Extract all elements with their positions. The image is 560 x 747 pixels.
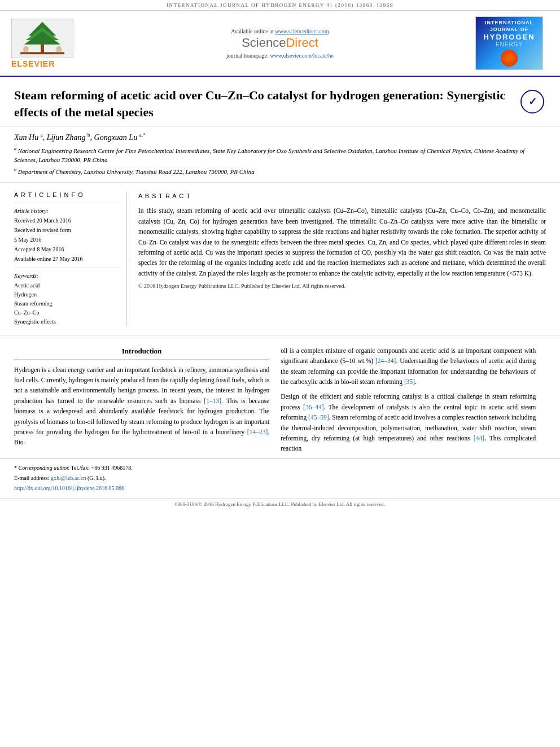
accepted-date: Accepted 8 May 2016: [14, 245, 118, 254]
svg-rect-4: [20, 52, 64, 54]
footer-notes: * Corresponding author. Tel./fax: +86 93…: [0, 458, 560, 499]
email-person: (G. Lu).: [88, 475, 106, 481]
header-center: Available online at www.sciencedirect.co…: [90, 28, 470, 59]
elsevier-tree-image: [11, 19, 73, 58]
synthesis-word: synthesis: [234, 366, 258, 373]
article-body: A R T I C L E I N F O Article history: R…: [0, 183, 560, 335]
ref-35[interactable]: [35]: [404, 378, 415, 385]
header-right: International Journal of HYDROGEN ENERGY: [475, 16, 549, 70]
keyword-1: Acetic acid: [14, 281, 118, 290]
doi-line: http://dx.doi.org/10.1016/j.ijhydene.201…: [14, 484, 546, 493]
abstract-text: In this study, steam reforming of acetic…: [138, 206, 546, 278]
history-heading: Article history:: [14, 208, 118, 214]
svg-point-6: [56, 46, 62, 53]
keywords-section: Keywords: Acetic acid Hydrogen Steam ref…: [14, 273, 118, 326]
abstract-copyright: © 2016 Hydrogen Energy Publications LLC.…: [138, 282, 546, 291]
authors-section: Xun Hu a, Lijun Zhang b, Gongxuan Lu a,*…: [0, 126, 560, 182]
intro-para-2: oil is a complex mixture of organic comp…: [281, 346, 536, 387]
intro-para-1: Hydrogen is a clean energy carrier and a…: [14, 365, 269, 448]
available-online-text: Available online at www.sciencedirect.co…: [90, 28, 470, 34]
author-1: Xun Hu: [14, 133, 38, 142]
introduction-heading: Introduction: [14, 346, 269, 360]
corresponding-author: * Corresponding author. Tel./fax: +86 93…: [14, 464, 546, 473]
affiliation-a: a National Engineering Research Centre f…: [14, 146, 546, 165]
crossmark-badge[interactable]: ✓: [520, 90, 544, 113]
received-date: Received 20 March 2016: [14, 216, 118, 225]
intro-left-column: Introduction Hydrogen is a clean energy …: [14, 346, 269, 458]
article-title-section: Steam reforming of acetic acid over Cu–Z…: [0, 77, 560, 126]
intro-para-3: Design of the efficient and stable refor…: [281, 391, 536, 453]
affiliation-b: b Department of Chemistry, Lanzhou Unive…: [14, 167, 546, 176]
ref-1-13[interactable]: [1–13]: [204, 397, 221, 404]
email-line: E-mail address: gxlu@lzb.ac.cn (G. Lu).: [14, 474, 546, 483]
online-date: Available online 27 May 2016: [14, 255, 118, 263]
abstract-section: A B S T R A C T In this study, steam ref…: [138, 191, 546, 326]
introduction-section: Introduction Hydrogen is a clean energy …: [0, 335, 560, 458]
keyword-4: Cu–Zn–Co: [14, 308, 118, 317]
issn-line: 0360-3199/© 2016 Hydrogen Energy Publica…: [175, 501, 385, 507]
journal-cover-energy: ENERGY: [496, 41, 523, 47]
keywords-heading: Keywords:: [14, 273, 118, 279]
article-history: Article history: Received 20 March 2016 …: [14, 208, 118, 263]
ref-24-34[interactable]: [24–34]: [375, 357, 396, 364]
with-word: with: [524, 347, 536, 354]
article-title: Steam reforming of acetic acid over Cu–Z…: [14, 87, 512, 120]
elsevier-wordmark: ELSEVIER: [11, 59, 55, 68]
header: ELSEVIER Available online at www.science…: [0, 11, 560, 77]
ref-45-59[interactable]: [45–59]: [308, 414, 329, 421]
ref-36-44[interactable]: [36–44]: [303, 404, 323, 410]
sd-url-link[interactable]: www.sciencedirect.com: [275, 28, 329, 34]
elsevier-logo: ELSEVIER: [11, 19, 85, 68]
journal-cover-title: International Journal of: [478, 20, 540, 33]
intro-right-column: oil is a complex mixture of organic comp…: [281, 346, 536, 458]
journal-homepage: journal homepage: www.elsevier.com/locat…: [90, 53, 470, 59]
journal-cover-graphic: [501, 50, 518, 67]
doi-link[interactable]: http://dx.doi.org/10.1016/j.ijhydene.201…: [14, 485, 124, 491]
journal-bar: INTERNATIONAL JOURNAL OF HYDROGEN ENERGY…: [0, 0, 560, 11]
article-info-heading: A R T I C L E I N F O: [14, 191, 118, 198]
author-2: Lijun Zhang: [47, 133, 86, 142]
crossmark-container: ✓: [520, 87, 546, 113]
keyword-5: Synergistic effects: [14, 317, 118, 326]
ref-14-23[interactable]: [14–23]: [247, 429, 268, 435]
email-label: E-mail address:: [14, 475, 49, 481]
authors-list: Xun Hu a, Lijun Zhang b, Gongxuan Lu a,*: [14, 132, 546, 142]
author-3: Gongxuan Lu: [94, 133, 138, 142]
journal-cover: International Journal of HYDROGEN ENERGY: [475, 16, 543, 70]
revised-date: 5 May 2016: [14, 235, 118, 244]
abstract-heading: A B S T R A C T: [138, 191, 546, 202]
header-left: ELSEVIER: [11, 19, 85, 68]
info-divider-2: [14, 268, 118, 268]
keyword-2: Hydrogen: [14, 290, 118, 299]
journal-homepage-link[interactable]: www.elsevier.com/locate/he: [270, 53, 334, 59]
journal-bar-text: INTERNATIONAL JOURNAL OF HYDROGEN ENERGY…: [167, 2, 393, 8]
svg-point-5: [23, 46, 29, 53]
journal-cover-hydrogen: HYDROGEN: [483, 33, 535, 41]
sciencedirect-logo: ScienceDirect: [90, 36, 470, 50]
article-info-panel: A R T I C L E I N F O Article history: R…: [14, 191, 127, 326]
footer-bar: 0360-3199/© 2016 Hydrogen Energy Publica…: [0, 499, 560, 509]
ref-44b[interactable]: [44]: [474, 435, 484, 442]
keyword-3: Steam reforming: [14, 299, 118, 308]
info-divider-1: [14, 203, 118, 203]
revised-label: Received in revised form: [14, 226, 118, 234]
and-word: and: [260, 366, 270, 373]
email-link[interactable]: gxlu@lzb.ac.cn: [51, 475, 86, 481]
corresponding-label: * Corresponding author. Tel./fax: +86 93…: [14, 465, 133, 471]
article-title-container: Steam reforming of acetic acid over Cu–Z…: [14, 87, 512, 120]
